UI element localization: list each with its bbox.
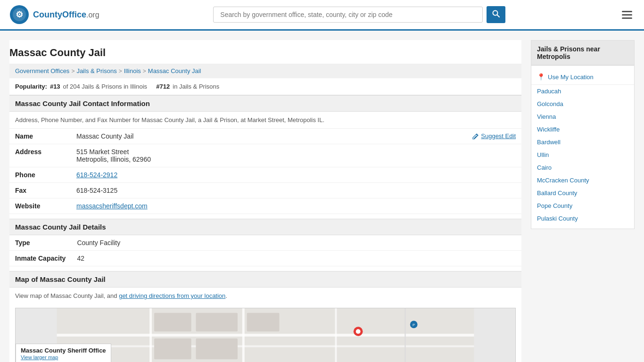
- field-label-fax: Fax: [9, 183, 71, 198]
- phone-link[interactable]: 618-524-2912: [76, 171, 117, 179]
- table-row: Website massacsheriffsdept.com: [9, 198, 521, 214]
- table-row: Name Massac County Jail Suggest Edit: [9, 129, 521, 144]
- menu-line-2: [622, 14, 632, 16]
- location-pin-icon: 📍: [537, 73, 545, 81]
- field-label-inmate-capacity: Inmate Capacity: [9, 251, 71, 266]
- svg-rect-8: [57, 334, 474, 337]
- svg-rect-13: [405, 308, 406, 362]
- svg-text:⚙: ⚙: [16, 10, 23, 19]
- content-wrapper: Massac County Jail Government Offices > …: [9, 40, 521, 362]
- sidebar: Jails & Prisons near Metropolis 📍 Use My…: [531, 40, 635, 362]
- site-header: ⚙ CountyOffice.org: [0, 0, 644, 31]
- map-label-box: Massac County Sheriff Office View larger…: [16, 344, 111, 362]
- search-area: [213, 6, 505, 23]
- contact-section-header: Massac County Jail Contact Information: [9, 95, 521, 112]
- field-value-inmate-capacity: 42: [71, 251, 521, 266]
- suggest-edit-link[interactable]: Suggest Edit: [472, 132, 516, 140]
- sidebar-box: Jails & Prisons near Metropolis 📍 Use My…: [531, 40, 635, 229]
- field-value-phone: 618-524-2912: [71, 167, 521, 183]
- use-my-location-label: Use My Location: [548, 74, 594, 81]
- map-description: View map of Massac County Jail, and get …: [9, 288, 521, 304]
- search-button[interactable]: [487, 6, 505, 23]
- svg-rect-14: [154, 313, 191, 331]
- contact-table: Name Massac County Jail Suggest Edit Add…: [9, 129, 521, 214]
- sidebar-list: 📍 Use My Location Paducah Golconda Vienn…: [531, 66, 634, 229]
- logo-icon: ⚙: [9, 5, 29, 25]
- breadcrumb-item-gov-offices[interactable]: Government Offices: [15, 67, 69, 74]
- table-row: Type County Facility: [9, 235, 521, 251]
- field-label-website: Website: [9, 198, 71, 214]
- field-label-address: Address: [9, 144, 71, 167]
- breadcrumb: Government Offices > Jails & Prisons > I…: [9, 64, 521, 78]
- sidebar-item-pulaski-county[interactable]: Pulaski County: [531, 212, 634, 225]
- svg-rect-17: [154, 338, 191, 359]
- contact-description: Address, Phone Number, and Fax Number fo…: [9, 112, 521, 129]
- breadcrumb-item-jails[interactable]: Jails & Prisons: [76, 67, 116, 74]
- popularity-rank1: #13: [50, 83, 60, 90]
- sidebar-item-vienna[interactable]: Vienna: [531, 110, 634, 123]
- details-table: Type County Facility Inmate Capacity 42: [9, 235, 521, 266]
- field-value-type: County Facility: [71, 235, 521, 251]
- svg-rect-11: [242, 308, 245, 362]
- sidebar-item-mccracken-county[interactable]: McCracken County: [531, 174, 634, 187]
- hamburger-menu-button[interactable]: [619, 8, 635, 21]
- use-my-location-link[interactable]: 📍 Use My Location: [531, 69, 634, 85]
- svg-rect-18: [196, 338, 238, 359]
- svg-text:P: P: [413, 323, 415, 327]
- sidebar-item-cairo[interactable]: Cairo: [531, 161, 634, 174]
- sidebar-item-ullin[interactable]: Ullin: [531, 148, 634, 161]
- driving-directions-link[interactable]: get driving directions from your locatio…: [119, 292, 225, 299]
- view-larger-map-link[interactable]: View larger map: [21, 354, 58, 360]
- svg-line-4: [497, 15, 500, 17]
- sidebar-item-pope-county[interactable]: Pope County: [531, 199, 634, 212]
- field-label-name: Name: [9, 129, 71, 144]
- logo-text: CountyOffice.org: [33, 10, 99, 20]
- sidebar-item-golconda[interactable]: Golconda: [531, 98, 634, 110]
- field-value-address: 515 Market StreetMetropolis, Illinois, 6…: [71, 144, 521, 167]
- table-row: Inmate Capacity 42: [9, 251, 521, 266]
- page-title: Massac County Jail: [9, 40, 521, 64]
- map-preview: P Massac County Sheriff Office View larg…: [15, 308, 516, 362]
- sidebar-item-wickliffe[interactable]: Wickliffe: [531, 123, 634, 136]
- svg-rect-9: [57, 346, 474, 347]
- breadcrumb-sep-3: >: [143, 68, 146, 74]
- svg-rect-10: [149, 308, 152, 362]
- website-link[interactable]: massacsheriffsdept.com: [76, 202, 148, 210]
- field-label-type: Type: [9, 235, 71, 251]
- breadcrumb-sep-2: >: [119, 68, 122, 74]
- breadcrumb-sep-1: >: [71, 68, 74, 74]
- field-value-name: Massac County Jail Suggest Edit: [71, 129, 521, 144]
- edit-icon: [472, 133, 479, 140]
- popularity-rank2: #712: [156, 83, 170, 90]
- table-row: Address 515 Market StreetMetropolis, Ill…: [9, 144, 521, 167]
- svg-rect-16: [247, 313, 280, 331]
- table-row: Phone 618-524-2912: [9, 167, 521, 183]
- popularity-rank2-suffix: in Jails & Prisons: [173, 83, 219, 90]
- popularity-rank1-suffix: of 204 Jails & Prisons in Illinois: [63, 83, 147, 90]
- logo-area: ⚙ CountyOffice.org: [9, 5, 99, 25]
- map-section-header: Map of Massac County Jail: [9, 271, 521, 288]
- menu-line-3: [622, 17, 632, 19]
- breadcrumb-item-illinois[interactable]: Illinois: [124, 67, 141, 74]
- field-value-fax: 618-524-3125: [71, 183, 521, 198]
- search-input[interactable]: [213, 7, 483, 23]
- breadcrumb-item-massac[interactable]: Massac County Jail: [148, 67, 201, 74]
- svg-rect-15: [196, 313, 238, 331]
- sidebar-item-bardwell[interactable]: Bardwell: [531, 136, 634, 148]
- field-value-website: massacsheriffsdept.com: [71, 198, 521, 214]
- main-container: Massac County Jail Government Offices > …: [0, 31, 644, 362]
- table-row: Fax 618-524-3125: [9, 183, 521, 198]
- svg-point-20: [356, 329, 361, 334]
- svg-rect-12: [335, 308, 337, 362]
- field-label-phone: Phone: [9, 167, 71, 183]
- sidebar-title: Jails & Prisons near Metropolis: [531, 41, 634, 66]
- details-section-header: Massac County Jail Details: [9, 219, 521, 235]
- sidebar-item-paducah[interactable]: Paducah: [531, 85, 634, 98]
- sidebar-item-ballard-county[interactable]: Ballard County: [531, 187, 634, 199]
- popularity-label: Popularity:: [15, 83, 47, 90]
- popularity-bar: Popularity: #13 of 204 Jails & Prisons i…: [9, 78, 521, 95]
- menu-line-1: [622, 11, 632, 12]
- map-label-title: Massac County Sheriff Office: [21, 347, 106, 354]
- search-icon: [492, 10, 500, 17]
